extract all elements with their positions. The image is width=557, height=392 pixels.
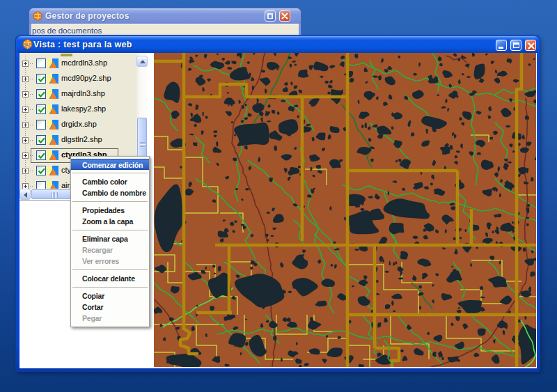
layer-theme-icon <box>47 150 58 161</box>
menu-separator <box>71 198 149 205</box>
check-icon <box>37 90 47 100</box>
layer-icon <box>47 165 58 176</box>
layer-checkbox[interactable] <box>36 150 46 160</box>
check-icon <box>37 151 47 161</box>
gvsig-logo-icon <box>33 11 42 21</box>
layer-checkbox[interactable] <box>36 181 46 189</box>
layer-icon <box>47 58 58 69</box>
map-canvas[interactable] <box>154 53 536 367</box>
layer-checkbox[interactable] <box>36 104 46 114</box>
maximize-button[interactable] <box>265 10 276 22</box>
layer-row[interactable]: dlgstln2.shp <box>19 132 136 148</box>
menu-separator <box>71 284 149 290</box>
layer-label[interactable]: cty <box>61 166 71 174</box>
layer-theme-icon <box>47 58 58 69</box>
layer-row[interactable]: mcdrdln3.shp <box>19 56 136 71</box>
view-window-title: Vista : test para la web <box>33 40 132 49</box>
layer-row[interactable]: drgidx.shp <box>19 117 136 132</box>
layer-checkbox[interactable] <box>36 135 46 145</box>
desktop: Gestor de proyectos pos de documentos Vi… <box>0 0 557 392</box>
menu-item[interactable]: Colocar delante <box>71 273 149 284</box>
layer-icon <box>47 180 58 189</box>
layer-theme-icon <box>47 104 58 115</box>
layer-icon <box>47 150 58 161</box>
document-types-label: pos de documentos <box>32 26 102 35</box>
layer-icon <box>47 73 58 84</box>
menu-item[interactable]: Propiedades <box>71 205 149 216</box>
menu-item[interactable]: Zoom a la capa <box>71 216 149 227</box>
layer-label[interactable]: dlgstln2.shp <box>61 135 102 143</box>
check-icon <box>37 105 47 115</box>
layer-label[interactable]: mcd90py2.shp <box>61 74 111 82</box>
layer-theme-icon <box>47 119 58 130</box>
scroll-up-button[interactable] <box>136 56 148 67</box>
maximize-icon <box>267 13 273 19</box>
menu-item[interactable]: Eliminar capa <box>71 233 149 244</box>
close-button[interactable] <box>525 40 536 51</box>
layer-theme-icon <box>47 88 58 100</box>
layer-label[interactable]: drgidx.shp <box>61 120 97 128</box>
layer-context-menu: Comenzar ediciónCambio colorCambio de no… <box>70 156 150 327</box>
check-icon <box>37 136 47 146</box>
layer-checkbox[interactable] <box>36 166 46 175</box>
tree-expand-button[interactable] <box>22 152 29 159</box>
layer-row[interactable]: lakespy2.shp <box>19 102 136 117</box>
gvsig-logo-icon <box>22 39 33 49</box>
layer-theme-icon <box>47 180 58 189</box>
layer-icon <box>47 88 58 100</box>
layer-icon <box>47 119 58 130</box>
tree-expand-button[interactable] <box>22 168 29 174</box>
project-manager-titlebar[interactable]: Gestor de proyectos <box>29 8 301 24</box>
menu-item[interactable]: Cambio color <box>71 176 149 187</box>
layer-icon <box>47 104 58 115</box>
tree-expand-button[interactable] <box>22 61 29 67</box>
menu-separator <box>71 227 149 233</box>
horizontal-scrollbar-thumb[interactable] <box>31 189 76 199</box>
layer-theme-icon <box>47 134 58 146</box>
menu-item: Pegar <box>71 313 149 324</box>
close-button[interactable] <box>279 10 290 22</box>
tree-expand-button[interactable] <box>22 122 29 128</box>
tree-expand-button[interactable] <box>22 107 29 113</box>
map-lake <box>169 317 174 321</box>
view-window-titlebar[interactable]: Vista : test para la web <box>17 36 538 53</box>
tree-expand-button[interactable] <box>22 137 29 143</box>
menu-item: Recargar <box>71 244 149 256</box>
map-lake <box>234 134 236 136</box>
menu-item[interactable]: Cortar <box>71 301 149 313</box>
layer-checkbox[interactable] <box>36 74 46 84</box>
arrow-left-icon <box>24 192 27 198</box>
tree-expand-button[interactable] <box>22 76 29 82</box>
scroll-left-button[interactable] <box>19 189 31 200</box>
arrow-up-icon <box>140 60 146 63</box>
menu-item[interactable]: Copiar <box>71 290 149 301</box>
layer-label[interactable]: mcdrdln3.shp <box>61 58 107 67</box>
layer-label[interactable]: majrdln3.shp <box>61 89 105 97</box>
layer-checkbox[interactable] <box>36 120 46 130</box>
minimize-button[interactable] <box>496 40 507 51</box>
project-manager-title: Gestor de proyectos <box>45 11 130 21</box>
minimize-icon <box>499 47 503 49</box>
close-icon <box>527 42 535 50</box>
check-icon <box>37 75 47 84</box>
menu-item[interactable]: Comenzar edición <box>71 159 149 170</box>
close-icon <box>280 11 290 21</box>
map-lake <box>234 123 269 146</box>
map-lake <box>510 188 511 191</box>
layer-checkbox[interactable] <box>36 89 46 99</box>
layer-row[interactable]: majrdln3.shp <box>19 86 136 102</box>
layer-row[interactable]: mcd90py2.shp <box>19 71 136 86</box>
tree-expand-button[interactable] <box>22 91 29 97</box>
tree-expand-button[interactable] <box>22 183 29 189</box>
layer-checkbox[interactable] <box>36 58 46 68</box>
menu-item[interactable]: Cambio de nombre <box>71 187 149 198</box>
menu-item: Ver errores <box>71 256 149 267</box>
layer-label[interactable]: lakespy2.shp <box>61 104 106 113</box>
layer-theme-icon <box>47 73 58 84</box>
layer-icon <box>47 134 58 146</box>
menu-separator <box>71 267 149 273</box>
maximize-button[interactable] <box>510 40 521 51</box>
map-lake <box>316 165 321 169</box>
map-lake <box>489 137 493 140</box>
maximize-icon <box>513 42 519 48</box>
